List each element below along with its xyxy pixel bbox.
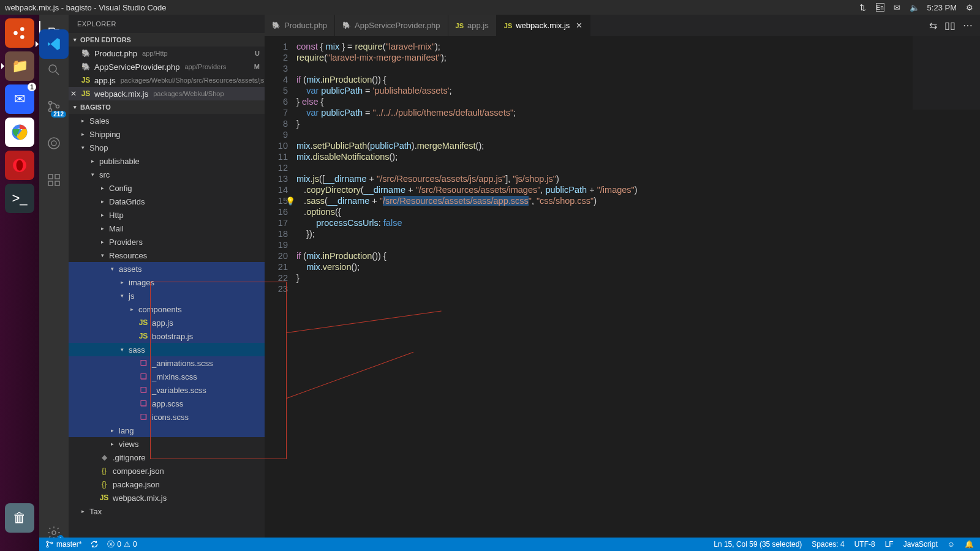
file-item[interactable]: JSwebpack.mix.js — [69, 491, 265, 504]
file-item[interactable]: ❏_animations.scss — [69, 356, 265, 370]
editor-tab[interactable]: 🐘Product.php — [265, 15, 335, 36]
status-eol[interactable]: LF — [885, 540, 894, 549]
file-item[interactable]: JSapp.js — [69, 316, 265, 329]
status-problems[interactable]: ⓧ 0 ⚠ 0 — [107, 539, 137, 550]
open-editors-header[interactable]: ▾OPEN EDITORS — [69, 33, 265, 47]
close-icon[interactable]: ✕ — [576, 21, 582, 30]
chevron-icon: ▸ — [80, 118, 86, 124]
tree-label: Shop — [89, 143, 108, 152]
launcher-mail[interactable]: ✉1 — [5, 84, 34, 114]
compare-icon[interactable]: ⇆ — [929, 20, 937, 31]
mail-indicator-icon[interactable]: ✉ — [893, 3, 902, 12]
status-encoding[interactable]: UTF-8 — [854, 540, 875, 549]
tree-label: views — [119, 440, 139, 449]
activity-scm[interactable]: 212 — [39, 94, 69, 119]
volume-icon[interactable]: 🔈 — [910, 3, 919, 12]
folder-item[interactable]: ▾js — [69, 289, 265, 302]
file-item[interactable]: JSbootstrap.js — [69, 329, 265, 343]
open-editor-item[interactable]: JSapp.jspackages/Webkul/Shop/src/Resourc… — [69, 73, 265, 87]
status-sync[interactable] — [90, 540, 99, 549]
lightbulb-icon[interactable]: 💡 — [285, 196, 295, 207]
folder-item[interactable]: ▸publishable — [69, 154, 265, 168]
power-icon[interactable]: ⚙ — [965, 3, 974, 12]
minimap[interactable] — [913, 36, 980, 110]
status-language[interactable]: JavaScript — [903, 540, 938, 549]
tree-label: composer.json — [113, 467, 164, 476]
folder-item[interactable]: ▸Tax — [69, 504, 265, 518]
ubuntu-launcher: 📁 ✉1 >_ 🗑 — [0, 15, 39, 551]
file-item[interactable]: ❏icons.scss — [69, 410, 265, 424]
file-item[interactable]: ❏app.scss — [69, 397, 265, 410]
folder-item[interactable]: ▸components — [69, 302, 265, 316]
status-bar: master* ⓧ 0 ⚠ 0 Ln 15, Col 59 (35 select… — [39, 538, 980, 551]
file-item[interactable]: ◆.gitignore — [69, 451, 265, 464]
status-branch[interactable]: master* — [45, 540, 81, 549]
scss-icon: ❏ — [138, 413, 148, 421]
folder-item[interactable]: ▾Shop — [69, 141, 265, 154]
tree-label: webpack.mix.js — [113, 493, 167, 503]
scss-icon: ❏ — [138, 399, 148, 408]
file-item[interactable]: {}composer.json — [69, 464, 265, 478]
file-item[interactable]: {}package.json — [69, 478, 265, 491]
folder-item[interactable]: ▸images — [69, 276, 265, 289]
folder-item[interactable]: ▾src — [69, 168, 265, 181]
tree-label: bootstrap.js — [152, 332, 193, 341]
activity-debug[interactable] — [39, 131, 69, 156]
launcher-opera[interactable] — [5, 151, 34, 180]
folder-item[interactable]: ▸Providers — [69, 235, 265, 249]
folder-item[interactable]: ▾sass — [69, 343, 265, 356]
folder-item[interactable]: ▸Http — [69, 208, 265, 222]
status-indent[interactable]: Spaces: 4 — [812, 540, 844, 549]
git-status: U — [255, 50, 260, 57]
project-header[interactable]: ▾BAGISTO — [69, 100, 265, 114]
launcher-chrome[interactable] — [5, 118, 34, 147]
split-editor-icon[interactable]: ▯▯ — [944, 20, 956, 31]
more-icon[interactable]: ⋯ — [963, 20, 973, 31]
activity-extensions[interactable] — [39, 168, 69, 192]
tree-label: js — [129, 291, 134, 301]
network-icon[interactable]: ⇅ — [859, 3, 867, 12]
chevron-icon: ▸ — [109, 427, 115, 433]
launcher-dash[interactable] — [5, 18, 34, 48]
status-feedback-icon[interactable]: ☺ — [948, 540, 955, 549]
tree-label: Sales — [89, 116, 110, 126]
tree-label: icons.scss — [152, 413, 189, 422]
language-indicator[interactable]: En — [876, 3, 884, 12]
editor-tab[interactable]: JSwebpack.mix.js✕ — [497, 15, 591, 36]
folder-item[interactable]: ▾assets — [69, 262, 265, 276]
code-content[interactable]: const { mix } = require("laravel-mix");r… — [296, 36, 638, 551]
scm-badge: 212 — [51, 111, 66, 118]
status-cursor[interactable]: Ln 15, Col 59 (35 selected) — [714, 540, 802, 549]
open-editor-item[interactable]: ✕JSwebpack.mix.jspackages/Webkul/Shop — [69, 87, 265, 100]
folder-item[interactable]: ▸views — [69, 437, 265, 451]
close-icon[interactable]: ✕ — [70, 89, 77, 98]
folder-item[interactable]: ▸Shipping — [69, 127, 265, 141]
folder-item[interactable]: ▸DataGrids — [69, 195, 265, 208]
folder-item[interactable]: ▸Sales — [69, 114, 265, 127]
launcher-vscode[interactable] — [39, 29, 69, 59]
open-editor-item[interactable]: 🐘AppServiceProvider.phpapp/ProvidersM — [69, 60, 265, 73]
launcher-terminal[interactable]: >_ — [5, 184, 34, 213]
code-editor[interactable]: 1234567891011121314151617181920212223 co… — [265, 36, 980, 551]
open-editor-item[interactable]: 🐘Product.phpapp/HttpU — [69, 47, 265, 60]
git-icon: ◆ — [99, 453, 109, 462]
chevron-icon: ▾ — [109, 266, 115, 272]
folder-item[interactable]: ▾Resources — [69, 249, 265, 262]
clock[interactable]: 5:23 PM — [927, 3, 957, 12]
svg-point-19 — [47, 541, 48, 543]
activity-search[interactable] — [39, 58, 69, 82]
folder-item[interactable]: ▸Mail — [69, 222, 265, 235]
file-path: app/Providers — [184, 63, 226, 70]
folder-item[interactable]: ▸lang — [69, 424, 265, 437]
chevron-icon: ▸ — [119, 279, 125, 285]
editor-tab[interactable]: JSapp.js — [448, 15, 497, 36]
file-item[interactable]: ❏_variables.scss — [69, 383, 265, 397]
system-menubar: webpack.mix.js - bagisto - Visual Studio… — [0, 0, 980, 15]
editor-tab[interactable]: 🐘AppServiceProvider.php — [335, 15, 448, 36]
launcher-trash[interactable]: 🗑 — [5, 503, 34, 533]
launcher-files[interactable]: 📁 — [5, 51, 34, 81]
file-item[interactable]: ❏_mixins.scss — [69, 370, 265, 383]
chevron-icon: ▸ — [99, 212, 105, 218]
status-bell-icon[interactable]: 🔔 — [965, 540, 974, 549]
folder-item[interactable]: ▸Config — [69, 181, 265, 195]
